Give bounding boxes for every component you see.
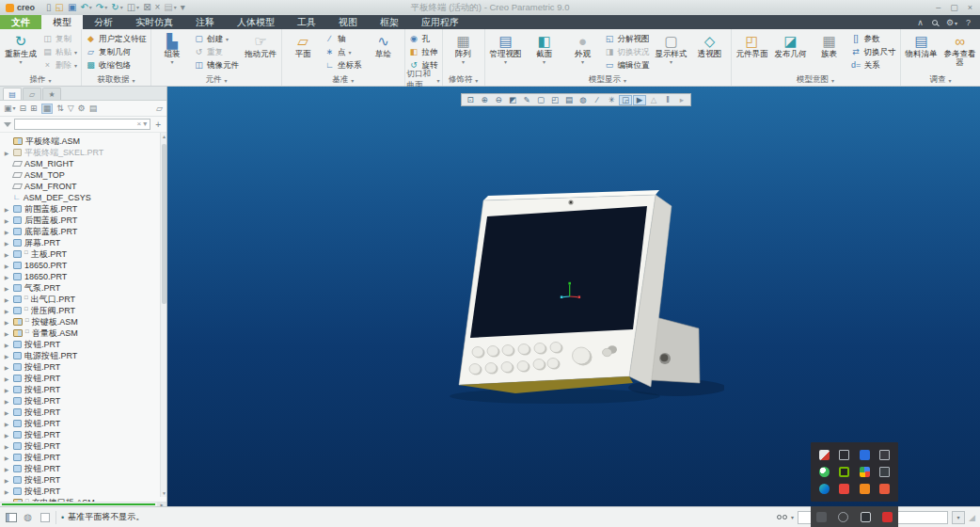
tree-vertical-scrollbar[interactable]: ▲ ▼ [160, 133, 166, 497]
hscroll-thumb[interactable] [2, 503, 155, 505]
axis-button[interactable]: ∕轴 [323, 33, 364, 45]
tree-row[interactable]: ▶□泄压阀.PRT [3, 305, 157, 316]
settings-gear-icon[interactable]: ⚙ [78, 104, 86, 113]
expand-arrow-icon[interactable]: ▶ [3, 353, 10, 359]
switch-dimensions-button[interactable]: ⇄切换尺寸 [849, 46, 898, 58]
manage-views-button[interactable]: ▤管理视图▾ [487, 30, 525, 65]
group-dropdown-icon[interactable]: ▾ [475, 77, 478, 84]
expand-arrow-icon[interactable]: ▶ [3, 240, 10, 247]
group-dropdown-icon[interactable]: ▾ [949, 77, 952, 84]
erase-icon[interactable]: × [155, 3, 161, 12]
tray-flag-icon[interactable] [879, 484, 890, 494]
expand-arrow-icon[interactable]: ▶ [3, 251, 10, 258]
group-label-get-data[interactable]: 获取数据▾ [84, 74, 149, 86]
spin-center-icon[interactable]: ✳ [605, 95, 618, 105]
tree-row[interactable]: ▶□音量板.ASM [3, 327, 157, 339]
annotation-display-icon[interactable]: ∕ [591, 95, 604, 105]
tree-row[interactable]: ▶气泵.PRT [3, 282, 157, 294]
relations-button[interactable]: d=关系 [849, 59, 898, 72]
repaint-icon[interactable]: ◩ [506, 95, 519, 105]
tray-bluetooth-icon[interactable] [860, 450, 870, 460]
tray-nvidia-icon[interactable] [839, 467, 849, 477]
analysis-icon[interactable]: △ [647, 95, 660, 105]
tree-row[interactable]: 平板终端.ASM [3, 136, 157, 147]
group-dropdown-icon[interactable]: ▾ [49, 77, 52, 84]
dropdown-arrow-icon[interactable]: ▾ [955, 21, 957, 26]
customize-qat-icon[interactable]: ▾ [181, 3, 185, 12]
open-icon[interactable]: ◱ [55, 3, 64, 12]
close-button[interactable]: × [968, 3, 972, 12]
command-search-icon[interactable] [932, 18, 938, 27]
dropdown-arrow-icon[interactable]: ▾ [581, 59, 584, 65]
dropdown-arrow-icon[interactable]: ▾ [89, 5, 92, 10]
point-button[interactable]: ∗点▾ [323, 46, 364, 58]
shading-icon[interactable]: ✎ [520, 95, 533, 105]
tab-视图[interactable]: 视图 [327, 15, 369, 29]
zoom-out-icon[interactable]: ⊖ [492, 95, 505, 105]
expand-arrow-icon[interactable]: ▶ [3, 263, 10, 269]
repeat-button[interactable]: ↺重复 [192, 46, 241, 58]
tree-row[interactable]: ▶按钮.PRT [3, 384, 157, 395]
create-button[interactable]: ▢创建▾ [192, 33, 241, 45]
expand-arrow-icon[interactable]: ▶ [3, 421, 10, 427]
group-label-cut-surface[interactable]: 切口和曲面▾ [407, 74, 440, 86]
resume-icon[interactable]: ▸ [675, 95, 688, 105]
expand-arrow-icon[interactable]: ▶ [3, 217, 10, 224]
drag-components-button[interactable]: ☞拖动元件 [242, 30, 279, 58]
filter-funnel-icon[interactable] [4, 122, 11, 127]
tree-show-icon[interactable]: ▣▾ [4, 104, 16, 113]
add-filter-button[interactable]: + [153, 120, 163, 130]
save-icon[interactable]: ▣ [68, 3, 76, 12]
scroll-down-icon[interactable]: ▼ [161, 489, 166, 497]
tab-工具[interactable]: 工具 [286, 15, 327, 29]
tree-row[interactable]: ▶18650.PRT [3, 260, 157, 271]
scroll-thumb[interactable] [162, 144, 166, 304]
expand-arrow-icon[interactable]: ▶ [3, 387, 10, 393]
tree-search-input[interactable] [18, 120, 134, 129]
dropdown-arrow-icon[interactable]: ▾ [504, 59, 507, 65]
group-label-model-display[interactable]: 模型显示▾ [487, 74, 729, 86]
expand-arrow-icon[interactable]: ▶ [3, 308, 10, 314]
tablet-terminal-model[interactable] [404, 174, 724, 414]
dropdown-arrow-icon[interactable]: ▾ [670, 59, 672, 65]
zoom-in-icon[interactable]: ⊕ [478, 95, 491, 105]
perspective-view-button[interactable]: ◇透视图 [691, 30, 729, 58]
group-dropdown-icon[interactable]: ▾ [351, 77, 354, 84]
edit-position-button[interactable]: ▭编辑位置 [603, 59, 652, 72]
expand-arrow-icon[interactable]: ▶ [3, 296, 10, 303]
taskbar-phone-icon[interactable] [861, 512, 871, 522]
group-label-component[interactable]: 元件▾ [153, 74, 279, 86]
tree-row[interactable]: ▶前围盖板.PRT [3, 203, 157, 215]
tree-row[interactable]: ▶按钮.PRT [3, 429, 157, 440]
tree-row[interactable]: ∟ASM_DEF_CSYS [3, 192, 157, 203]
tree-row[interactable]: ▶平板终端_SKEL.PRT [3, 147, 157, 158]
dragger-icon[interactable]: ◲ [619, 95, 632, 105]
expand-arrow-icon[interactable]: ▶ [3, 455, 10, 461]
tree-row[interactable]: ▶按钮.PRT [3, 440, 157, 452]
nav-tab-folder-browser[interactable]: ▱ [23, 88, 41, 100]
tray-device-error-icon[interactable] [819, 450, 830, 460]
taskbar-screenshot-icon[interactable] [816, 512, 827, 522]
group-label-modifiers[interactable]: 修饰符▾ [445, 74, 482, 86]
tab-分析[interactable]: 分析 [83, 15, 124, 29]
dropdown-arrow-icon[interactable]: ▾ [543, 59, 545, 65]
family-table-button[interactable]: ▦族表 [811, 30, 848, 58]
tab-模型[interactable]: 模型 [41, 15, 83, 29]
expand-arrow-icon[interactable]: ▶ [3, 375, 10, 382]
tree-row[interactable]: ▶按钮.PRT [3, 418, 157, 429]
group-dropdown-icon[interactable]: ▾ [437, 77, 440, 84]
user-defined-feature-button[interactable]: ◆用户定义特征 [84, 33, 149, 45]
tree-row[interactable]: ▶按钮.PRT [3, 474, 157, 486]
expand-arrow-icon[interactable]: ▶ [3, 342, 10, 348]
group-label-datum[interactable]: 基准▾ [284, 74, 403, 86]
tree-search-box[interactable]: × ▾ [14, 119, 150, 130]
exploded-view-button[interactable]: ◱分解视图 [603, 33, 652, 45]
paste-icon[interactable]: ▤▾ [164, 3, 176, 12]
tray-copy-icon[interactable] [879, 450, 890, 460]
dropdown-arrow-icon[interactable]: ▾ [462, 59, 465, 65]
shrinkwrap-button[interactable]: ▩收缩包络 [84, 59, 149, 72]
tree-row[interactable]: ▶按钮.PRT [3, 395, 157, 407]
help-icon[interactable]: ? [966, 18, 971, 27]
notifications-box-icon[interactable] [39, 512, 51, 522]
tray-display-icon[interactable] [879, 467, 890, 477]
